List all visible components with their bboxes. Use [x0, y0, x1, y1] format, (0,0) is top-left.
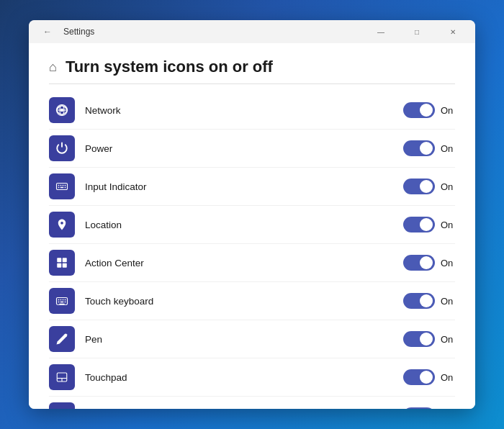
close-button[interactable]: ✕: [436, 20, 469, 43]
svg-rect-24: [65, 302, 66, 303]
input-icon: [49, 173, 75, 199]
svg-rect-4: [57, 184, 68, 190]
toggle-action-center[interactable]: [403, 255, 435, 271]
toggle-touchpad[interactable]: [403, 369, 435, 385]
minimize-button[interactable]: —: [364, 20, 397, 43]
svg-rect-5: [58, 185, 60, 186]
setting-name-action-center: Action Center: [85, 258, 403, 268]
svg-rect-23: [60, 302, 64, 303]
toggle-power[interactable]: [403, 140, 435, 156]
page-header: ⌂ Turn system icons on or off: [49, 58, 455, 84]
toggle-label-touch-keyboard: On: [441, 296, 455, 307]
setting-item-location: Location On: [49, 206, 455, 244]
back-button[interactable]: ←: [37, 22, 58, 42]
toggle-location[interactable]: [403, 217, 435, 232]
svg-rect-7: [63, 185, 64, 186]
svg-rect-11: [65, 187, 66, 189]
toggle-label-location: On: [441, 220, 455, 230]
svg-point-12: [60, 222, 63, 225]
home-icon: ⌂: [49, 60, 57, 75]
setting-name-touch-keyboard: Touch keyboard: [85, 296, 403, 307]
toggle-container-microphone: On: [403, 407, 455, 409]
window-controls: — □ ✕: [364, 20, 469, 43]
svg-rect-10: [60, 187, 64, 189]
maximize-button[interactable]: □: [400, 20, 433, 43]
svg-rect-15: [57, 263, 61, 268]
page-title: Turn system icons on or off: [66, 58, 273, 76]
toggle-container-touch-keyboard: On: [403, 293, 455, 309]
microphone-icon: [49, 402, 75, 409]
network-icon: [49, 97, 75, 123]
toggle-container-network: On: [403, 102, 455, 118]
title-bar-left: ← Settings: [37, 22, 94, 42]
settings-window: ← Settings — □ ✕ ⌂ Turn system icons on …: [29, 20, 475, 409]
touchpad-icon: [49, 364, 75, 390]
setting-item-touch-keyboard: Touch keyboard On: [49, 282, 455, 320]
toggle-container-power: On: [403, 140, 455, 156]
svg-rect-20: [63, 299, 64, 301]
setting-item-network: Network On: [49, 91, 455, 130]
action-center-icon: [49, 250, 75, 276]
svg-rect-8: [65, 185, 66, 186]
setting-name-power: Power: [85, 143, 403, 154]
toggle-touch-keyboard[interactable]: [403, 293, 435, 309]
title-bar: ← Settings — □ ✕: [29, 20, 475, 43]
toggle-container-input-indicator: On: [403, 179, 455, 194]
svg-rect-18: [58, 299, 60, 301]
settings-list: Network On Power On Input Indicator On L…: [49, 91, 455, 409]
svg-rect-9: [58, 187, 60, 189]
toggle-label-input-indicator: On: [441, 181, 455, 192]
power-icon: [49, 135, 75, 161]
setting-name-pen: Pen: [85, 334, 403, 345]
setting-name-touchpad: Touchpad: [85, 372, 403, 383]
toggle-microphone[interactable]: [403, 407, 435, 409]
setting-item-input-indicator: Input Indicator On: [49, 168, 455, 206]
setting-name-location: Location: [85, 220, 403, 230]
toggle-container-location: On: [403, 217, 455, 232]
svg-rect-14: [63, 258, 67, 262]
setting-name-network: Network: [85, 105, 403, 116]
toggle-label-pen: On: [441, 334, 455, 345]
window-title: Settings: [63, 27, 94, 37]
location-icon: [49, 212, 75, 238]
setting-item-power: Power On: [49, 130, 455, 168]
toggle-pen[interactable]: [403, 331, 435, 347]
svg-rect-16: [63, 263, 67, 268]
toggle-label-action-center: On: [441, 258, 455, 268]
toggle-label-network: On: [441, 105, 455, 116]
svg-rect-25: [59, 304, 65, 305]
setting-item-microphone: Microphone On: [49, 397, 455, 409]
svg-rect-13: [57, 258, 61, 262]
setting-name-input-indicator: Input Indicator: [85, 181, 403, 192]
svg-rect-19: [60, 299, 62, 301]
toggle-container-pen: On: [403, 331, 455, 347]
setting-item-pen: Pen On: [49, 320, 455, 358]
keyboard-icon: [49, 288, 75, 314]
svg-rect-21: [65, 299, 66, 301]
toggle-network[interactable]: [403, 102, 435, 118]
toggle-container-touchpad: On: [403, 369, 455, 385]
toggle-input-indicator[interactable]: [403, 179, 435, 194]
toggle-label-touchpad: On: [441, 372, 455, 383]
content-area: ⌂ Turn system icons on or off Network On…: [29, 43, 475, 409]
toggle-label-power: On: [441, 143, 455, 154]
pen-icon: [49, 326, 75, 352]
toggle-container-action-center: On: [403, 255, 455, 271]
setting-item-action-center: Action Center On: [49, 244, 455, 282]
svg-rect-22: [58, 302, 60, 303]
svg-rect-6: [60, 185, 62, 186]
setting-item-touchpad: Touchpad On: [49, 358, 455, 397]
